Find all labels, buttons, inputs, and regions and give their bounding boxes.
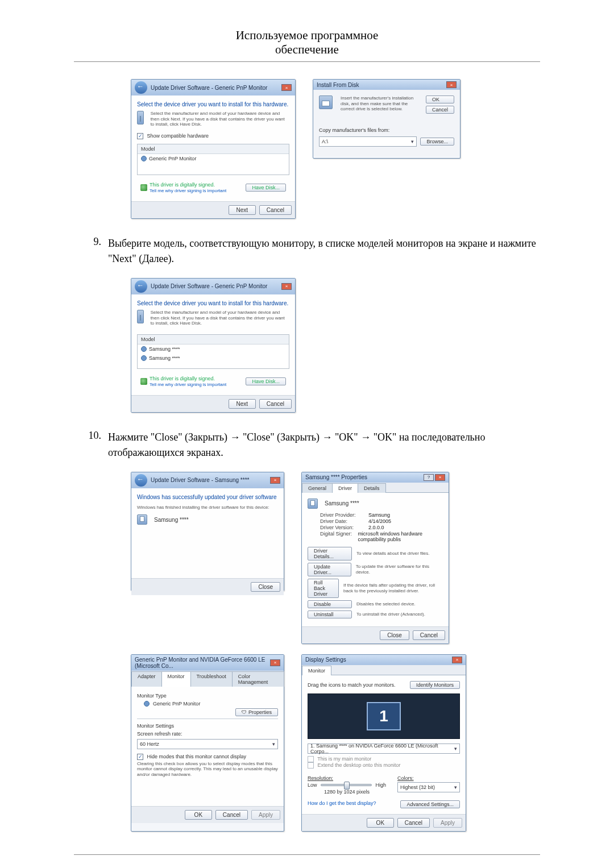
colors-label: Colors:	[397, 775, 460, 781]
monitor-icon	[141, 355, 147, 361]
tab-adapter[interactable]: Adapter	[131, 671, 162, 687]
update-driver-button[interactable]: Update Driver...	[308, 563, 351, 576]
close-icon[interactable]: ×	[446, 81, 457, 88]
copy-label: Copy manufacturer's files from:	[319, 127, 454, 133]
next-button[interactable]: Next	[229, 205, 256, 215]
signing-link[interactable]: Tell me why driver signing is important	[150, 382, 226, 387]
chevron-down-icon: ▾	[272, 741, 275, 747]
tab-monitor[interactable]: Monitor	[302, 666, 331, 675]
have-disk-button[interactable]: Have Disk...	[246, 377, 286, 385]
monitor-select[interactable]: 1. Samsung **** on NVIDIA GeForce 6600 L…	[308, 744, 460, 754]
tab-troubleshoot[interactable]: Troubleshoot	[190, 671, 233, 687]
monitor-icon	[141, 156, 147, 161]
back-icon	[135, 474, 147, 487]
ok-button[interactable]: OK	[185, 810, 212, 820]
ok-button[interactable]: OK	[426, 95, 454, 103]
cancel-button[interactable]: Cancel	[259, 399, 292, 409]
cancel-button[interactable]: Cancel	[426, 106, 454, 114]
extend-desktop-label: Extend the desktop onto this monitor	[318, 762, 401, 768]
monitor-thumb[interactable]: 1	[367, 702, 401, 730]
device-name: Samsung ****	[154, 517, 189, 523]
model-list[interactable]: Model Samsung **** Samsung ****	[137, 334, 289, 369]
uninstall-button[interactable]: Uninstall	[308, 610, 352, 618]
cancel-button[interactable]: Cancel	[397, 818, 430, 828]
kv-val: microsoft windows hardware compatibility…	[358, 531, 443, 542]
slider-thumb[interactable]	[344, 782, 350, 790]
monitor-icon	[144, 701, 150, 707]
window-install-from-disk: Install From Disk × Insert the manufactu…	[313, 79, 460, 159]
advanced-settings-button[interactable]: Advanced Settings...	[400, 800, 460, 808]
signing-link[interactable]: Tell me why driver signing is important	[150, 188, 226, 193]
tab-details[interactable]: Details	[358, 483, 386, 493]
close-button[interactable]: Close	[380, 630, 409, 640]
chevron-down-icon: ▾	[454, 784, 457, 790]
heading: Windows has successfully updated your dr…	[137, 494, 278, 500]
device-name: Samsung ****	[325, 500, 359, 506]
have-disk-button[interactable]: Have Disk...	[246, 184, 286, 192]
window-update-driver-a: Update Driver Software - Generic PnP Mon…	[131, 79, 296, 219]
titlebar: Install From Disk ×	[313, 80, 460, 90]
ok-button[interactable]: OK	[367, 818, 394, 828]
tab-general[interactable]: General	[302, 483, 333, 493]
window-update-complete: Update Driver Software - Samsung **** × …	[131, 472, 284, 591]
monitor-select-value: 1. Samsung **** on NVIDIA GeForce 6600 L…	[310, 743, 454, 754]
help-link[interactable]: How do I get the best display?	[308, 800, 376, 808]
list-item[interactable]: Samsung ****	[138, 344, 289, 354]
window-title: Samsung **** Properties	[305, 474, 424, 480]
list-item-label: Generic PnP Monitor	[149, 156, 196, 161]
monitor-preview[interactable]: 1	[308, 693, 460, 739]
colors-value: Highest (32 bit)	[400, 784, 435, 790]
tab-bar: Monitor	[302, 665, 466, 675]
close-icon[interactable]: ×	[270, 659, 280, 666]
kv-key: Digital Signer:	[320, 531, 358, 542]
low-label: Low	[308, 782, 317, 788]
tab-driver[interactable]: Driver	[332, 483, 358, 493]
step-text: Нажмите "Close" (Закрыть) → "Close" (Зак…	[108, 430, 540, 460]
heading: Select the device driver you want to ins…	[137, 101, 289, 107]
help-icon[interactable]: ?	[424, 474, 434, 481]
model-list[interactable]: Model Generic PnP Monitor	[137, 144, 289, 175]
colors-select[interactable]: Highest (32 bit) ▾	[397, 782, 460, 792]
titlebar: Update Driver Software - Samsung **** ×	[131, 472, 284, 488]
apply-button[interactable]: Apply	[251, 810, 280, 820]
tab-color-mgmt[interactable]: Color Management	[232, 671, 284, 687]
next-button[interactable]: Next	[229, 399, 256, 409]
step-text: Выберите модель, соответствующую монитор…	[108, 236, 540, 267]
list-header: Model	[138, 335, 289, 344]
back-icon[interactable]	[135, 81, 147, 94]
disable-button[interactable]: Disable	[308, 600, 352, 608]
browse-button[interactable]: Browse...	[420, 138, 454, 146]
resolution-slider[interactable]	[321, 784, 372, 786]
driver-details-button[interactable]: Driver Details...	[308, 547, 352, 560]
step-number: 10.	[74, 430, 108, 460]
close-icon[interactable]: ×	[452, 657, 462, 663]
show-compatible-checkbox[interactable]	[137, 133, 143, 139]
refresh-select[interactable]: 60 Hertz ▾	[137, 739, 278, 749]
close-button[interactable]: Close	[251, 582, 280, 592]
refresh-label: Screen refresh rate:	[137, 731, 278, 737]
apply-button[interactable]: Apply	[433, 818, 462, 828]
cancel-button[interactable]: Cancel	[413, 630, 445, 640]
desc: To update the driver software for this d…	[356, 564, 443, 575]
cancel-button[interactable]: Cancel	[259, 205, 292, 215]
monitor-icon	[308, 499, 318, 509]
identify-button[interactable]: Identify Monitors	[410, 681, 460, 689]
titlebar: Update Driver Software - Generic PnP Mon…	[131, 279, 295, 294]
close-icon[interactable]: ×	[281, 84, 292, 91]
titlebar: Update Driver Software - Generic PnP Mon…	[131, 80, 295, 95]
close-icon[interactable]: ×	[435, 474, 445, 481]
tab-monitor[interactable]: Monitor	[161, 671, 191, 687]
close-icon[interactable]: ×	[270, 477, 280, 484]
tab-bar: Adapter Monitor Troubleshoot Color Manag…	[131, 671, 284, 687]
list-item[interactable]: Samsung ****	[138, 354, 289, 363]
back-icon[interactable]	[135, 280, 147, 293]
hide-modes-checkbox[interactable]	[137, 754, 143, 760]
rollback-driver-button[interactable]: Roll Back Driver	[308, 579, 339, 598]
properties-button[interactable]: 🛡 Properties	[235, 708, 278, 716]
list-item[interactable]: Generic PnP Monitor	[138, 154, 289, 163]
cancel-button[interactable]: Cancel	[215, 810, 248, 820]
window-title: Update Driver Software - Generic PnP Mon…	[151, 85, 281, 91]
close-icon[interactable]: ×	[281, 283, 292, 290]
path-select[interactable]: A:\ ▾	[319, 136, 417, 147]
list-item-label: Samsung ****	[149, 346, 180, 352]
